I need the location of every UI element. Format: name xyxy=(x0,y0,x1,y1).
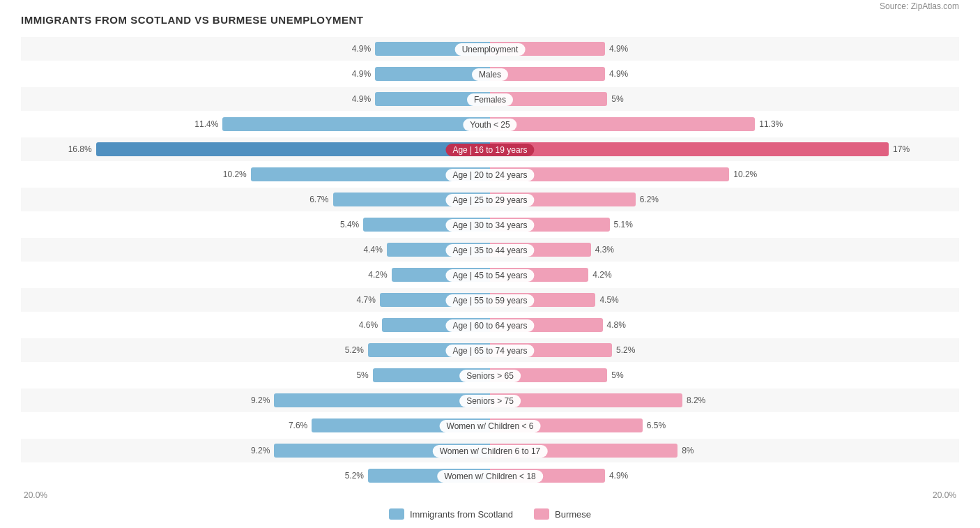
left-bar-area: 5.2% xyxy=(21,464,490,488)
table-row: 5.4% Age | 30 to 34 years 5.1% xyxy=(21,213,959,236)
burmese-value-label: 6.5% xyxy=(647,421,666,430)
right-bar-area: 4.5% xyxy=(490,288,959,312)
bar-section: 4.9% Females 5% xyxy=(21,87,959,111)
burmese-value-label: 10.2% xyxy=(733,169,757,179)
scotland-value-label: 4.2% xyxy=(368,270,387,280)
right-bar-area: 6.5% xyxy=(490,414,959,437)
burmese-value-label: 4.5% xyxy=(599,295,618,305)
table-row: 7.6% Women w/ Children < 6 6.5% xyxy=(21,414,959,437)
chart-title: IMMIGRANTS FROM SCOTLAND VS BURMESE UNEM… xyxy=(21,14,364,26)
burmese-bar xyxy=(490,142,889,156)
left-bar-area: 5% xyxy=(21,363,490,387)
chart-source: Source: ZipAtlas.com xyxy=(880,1,959,11)
left-bar-area: 4.9% xyxy=(21,37,490,61)
left-bar-area: 4.9% xyxy=(21,87,490,111)
scotland-value-label: 4.7% xyxy=(357,295,376,305)
center-label: Unemployment xyxy=(455,43,526,55)
right-bar-area: 5.1% xyxy=(490,213,959,236)
burmese-value-label: 5.1% xyxy=(614,220,633,229)
bar-section: 5.2% Age | 65 to 74 years 5.2% xyxy=(21,338,959,362)
bar-section: 6.7% Age | 25 to 29 years 6.2% xyxy=(21,188,959,211)
right-bar-area: 17% xyxy=(490,137,959,161)
bar-section: 4.2% Age | 45 to 54 years 4.2% xyxy=(21,263,959,287)
axis-left-label: 20.0% xyxy=(21,490,490,500)
center-label: Seniors > 75 xyxy=(459,394,521,407)
right-bar-area: 10.2% xyxy=(490,163,959,186)
bar-section: 4.7% Age | 55 to 59 years 4.5% xyxy=(21,288,959,312)
axis-right-label: 20.0% xyxy=(490,490,959,500)
burmese-value-label: 4.2% xyxy=(592,270,611,280)
bar-section: 9.2% Women w/ Children 6 to 17 8% xyxy=(21,439,959,462)
table-row: 4.6% Age | 60 to 64 years 4.8% xyxy=(21,313,959,337)
right-bar-area: 6.2% xyxy=(490,188,959,211)
burmese-value-label: 8% xyxy=(682,446,694,455)
table-row: 4.4% Age | 35 to 44 years 4.3% xyxy=(21,238,959,262)
scotland-value-label: 5% xyxy=(356,370,368,380)
center-label: Women w/ Children < 6 xyxy=(440,419,541,432)
scotland-value-label: 7.6% xyxy=(289,421,307,430)
right-bar-area: 5% xyxy=(490,87,959,111)
center-label: Age | 25 to 29 years xyxy=(445,193,534,206)
chart-container: IMMIGRANTS FROM SCOTLAND VS BURMESE UNEM… xyxy=(0,0,980,528)
bar-section: 5.2% Women w/ Children < 18 4.9% xyxy=(21,464,959,488)
burmese-value-label: 5.2% xyxy=(616,345,635,355)
burmese-value-label: 6.2% xyxy=(640,195,659,204)
scotland-bar xyxy=(96,142,490,156)
bar-section: 4.6% Age | 60 to 64 years 4.8% xyxy=(21,313,959,337)
right-bar-area: 4.9% xyxy=(490,62,959,86)
bar-section: 5.4% Age | 30 to 34 years 5.1% xyxy=(21,213,959,236)
center-label: Youth < 25 xyxy=(463,118,516,130)
legend-scotland-box xyxy=(389,508,404,520)
burmese-value-label: 4.3% xyxy=(595,245,614,255)
scotland-value-label: 9.2% xyxy=(251,446,270,455)
table-row: 4.9% Unemployment 4.9% xyxy=(21,37,959,61)
scotland-value-label: 4.4% xyxy=(364,245,383,255)
right-bar-area: 4.2% xyxy=(490,263,959,287)
legend-scotland: Immigrants from Scotland xyxy=(389,508,513,520)
table-row: 4.7% Age | 55 to 59 years 4.5% xyxy=(21,288,959,312)
right-bar-area: 4.8% xyxy=(490,313,959,337)
center-label: Age | 45 to 54 years xyxy=(445,269,534,281)
scotland-value-label: 11.4% xyxy=(194,119,218,129)
scotland-bar xyxy=(222,117,490,131)
right-bar-area: 4.3% xyxy=(490,238,959,262)
legend-burmese-label: Burmese xyxy=(555,509,591,520)
center-label: Age | 55 to 59 years xyxy=(445,294,534,306)
center-label: Women w/ Children < 18 xyxy=(437,469,543,482)
left-bar-area: 16.8% xyxy=(21,137,490,161)
table-row: 9.2% Seniors > 75 8.2% xyxy=(21,389,959,412)
left-bar-area: 5.4% xyxy=(21,213,490,236)
center-label: Males xyxy=(472,68,508,80)
scotland-value-label: 4.9% xyxy=(352,94,371,104)
left-bar-area: 6.7% xyxy=(21,188,490,211)
left-bar-area: 4.2% xyxy=(21,263,490,287)
scotland-value-label: 16.8% xyxy=(68,144,92,154)
left-bar-area: 5.2% xyxy=(21,338,490,362)
left-bar-area: 9.2% xyxy=(21,439,490,462)
legend-burmese-box xyxy=(534,508,549,520)
burmese-bar xyxy=(490,117,755,131)
center-label: Females xyxy=(467,93,513,105)
burmese-value-label: 17% xyxy=(893,144,910,154)
table-row: 5% Seniors > 65 5% xyxy=(21,363,959,387)
center-label: Age | 65 to 74 years xyxy=(445,344,534,356)
table-row: 4.9% Males 4.9% xyxy=(21,62,959,86)
left-bar-area: 4.9% xyxy=(21,62,490,86)
bar-section: 11.4% Youth < 25 11.3% xyxy=(21,112,959,136)
right-bar-area: 4.9% xyxy=(490,464,959,488)
scotland-value-label: 10.2% xyxy=(223,169,247,179)
center-label: Age | 60 to 64 years xyxy=(445,319,534,331)
table-row: 16.8% Age | 16 to 19 years 17% xyxy=(21,137,959,161)
center-label: Age | 20 to 24 years xyxy=(445,168,534,181)
left-bar-area: 4.4% xyxy=(21,238,490,262)
table-row: 11.4% Youth < 25 11.3% xyxy=(21,112,959,136)
center-label: Women w/ Children 6 to 17 xyxy=(433,444,548,457)
burmese-value-label: 4.9% xyxy=(609,471,628,481)
bar-section: 4.4% Age | 35 to 44 years 4.3% xyxy=(21,238,959,262)
scotland-value-label: 5.2% xyxy=(345,345,364,355)
right-bar-area: 5.2% xyxy=(490,338,959,362)
burmese-value-label: 4.9% xyxy=(609,69,628,79)
burmese-value-label: 5% xyxy=(611,370,623,380)
scotland-value-label: 4.6% xyxy=(359,320,378,330)
bar-section: 4.9% Unemployment 4.9% xyxy=(21,37,959,61)
